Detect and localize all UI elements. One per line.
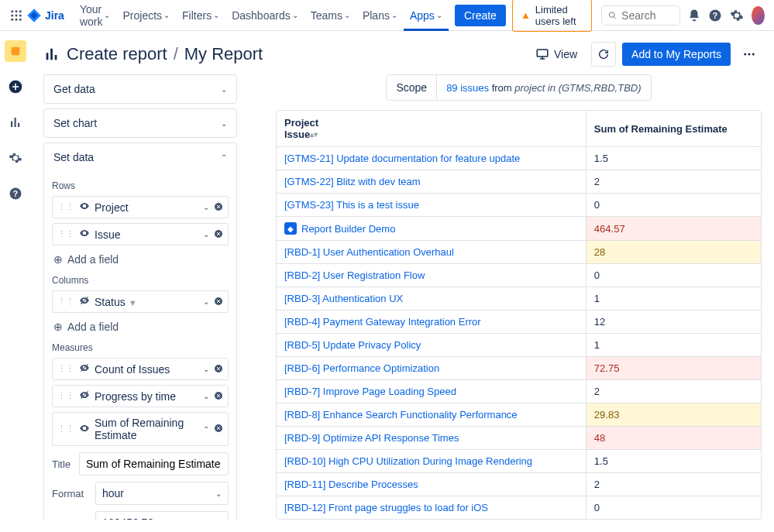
drag-icon[interactable]: ⋮⋮ [57, 424, 74, 434]
project-badge-icon: ◆ [284, 222, 297, 235]
field-progress-by-time[interactable]: ⋮⋮Progress by time⌄ [52, 385, 229, 407]
limited-users-badge[interactable]: ▲ Limited users left [512, 0, 592, 32]
eye-off-icon[interactable] [79, 390, 90, 403]
chevron-down-icon[interactable]: ⌄ [203, 365, 209, 373]
breadcrumb-sep: / [174, 44, 178, 64]
nav-apps[interactable]: Apps⌄ [404, 0, 449, 31]
app-icon[interactable] [5, 40, 26, 62]
issue-link[interactable]: [GTMS-23] This is a test issue [284, 199, 419, 211]
issue-link[interactable]: [GTMS-22] Blitz with dev team [284, 176, 421, 187]
app-switcher-icon[interactable] [9, 6, 23, 25]
settings-icon[interactable] [729, 5, 744, 26]
scope-link[interactable]: 89 issues [446, 82, 489, 94]
field-issue[interactable]: ⋮⋮Issue⌄ [52, 223, 229, 245]
issue-link[interactable]: [RBD-2] User Registration Flow [284, 269, 425, 281]
breadcrumb-create[interactable]: Create report [67, 44, 167, 64]
issue-link[interactable]: [RBD-1] User Authentication Overhaul [284, 246, 454, 258]
add-row-field[interactable]: ⊕ Add a field [52, 250, 229, 269]
chevron-down-icon[interactable]: ⌄ [203, 297, 209, 306]
chevron-down-icon[interactable]: ⌄ [203, 230, 209, 239]
chevron-down-icon: ⌄ [215, 519, 222, 520]
nav-your-work[interactable]: Your work⌄ [74, 0, 117, 31]
format-select[interactable]: hour ⌄ [95, 482, 229, 505]
format-label: Format [52, 488, 88, 499]
set-chart-panel[interactable]: Set chart ⌄ [44, 109, 236, 137]
drag-icon[interactable]: ⋮⋮ [57, 364, 74, 374]
issue-link[interactable]: [GTMS-21] Update documentation for featu… [284, 153, 520, 164]
eye-icon[interactable] [79, 423, 90, 436]
svg-point-8 [19, 18, 22, 20]
col-project-issue[interactable]: Project Issue ▴▾ [277, 111, 586, 147]
jira-logo[interactable]: Jira [26, 8, 64, 23]
value-cell: 1 [586, 287, 761, 311]
col-sum-remaining[interactable]: Sum of Remaining Estimate [586, 111, 761, 147]
issue-link[interactable]: [RBD-8] Enhance Search Functionality Per… [284, 409, 518, 420]
issue-link[interactable]: [RBD-12] Front page struggles to load fo… [284, 502, 488, 513]
remove-icon[interactable] [214, 296, 223, 308]
issue-link[interactable]: [RBD-11] Describe Processes [284, 479, 418, 490]
table-row: [RBD-7] Improve Page Loading Speed2 [277, 380, 761, 403]
help-icon[interactable]: ? [708, 5, 723, 26]
sort-icon[interactable]: ▴▾ [310, 130, 318, 139]
issue-link[interactable]: [RBD-4] Payment Gateway Integration Erro… [284, 316, 481, 328]
nav-dashboards[interactable]: Dashboards⌄ [225, 0, 304, 31]
remove-icon[interactable] [214, 423, 223, 435]
svg-line-10 [614, 16, 616, 19]
issue-link[interactable]: [RBD-5] Update Privacy Policy [284, 339, 421, 351]
columns-label: Columns [52, 275, 229, 286]
nav-teams[interactable]: Teams⌄ [304, 0, 356, 31]
remove-icon[interactable] [214, 228, 223, 241]
nav-plans[interactable]: Plans⌄ [356, 0, 404, 31]
field-status[interactable]: ⋮⋮Status▼⌄ [52, 290, 229, 313]
issue-link[interactable]: [RBD-3] Authentication UX [284, 293, 403, 304]
locale-value: 123456.78 [102, 517, 153, 520]
title-input[interactable] [79, 452, 229, 475]
view-button[interactable]: View [528, 43, 585, 66]
add-to-reports-button[interactable]: Add to My Reports [622, 43, 731, 66]
drag-icon[interactable]: ⋮⋮ [57, 297, 74, 307]
svg-point-18 [744, 53, 746, 56]
svg-point-9 [609, 12, 614, 17]
field-sum-of-remaining-estimate[interactable]: ⋮⋮Sum of Remaining Estimate⌃ [52, 412, 229, 446]
set-data-panel[interactable]: Set data ⌃ [44, 143, 236, 171]
nav-filters[interactable]: Filters⌄ [176, 0, 225, 31]
drag-icon[interactable]: ⋮⋮ [57, 202, 74, 212]
project-link[interactable]: Report Builder Demo [301, 223, 395, 235]
notifications-icon[interactable] [686, 5, 701, 26]
help-rail-icon[interactable]: ? [5, 183, 26, 204]
field-count-of-issues[interactable]: ⋮⋮Count of Issues⌄ [52, 358, 229, 380]
issue-link[interactable]: [RBD-10] High CPU Utilization During Ima… [284, 455, 532, 467]
search-box[interactable] [601, 5, 680, 26]
chevron-down-icon[interactable]: ⌄ [203, 392, 209, 400]
eye-off-icon[interactable] [79, 295, 90, 308]
issue-link[interactable]: [RBD-7] Improve Page Loading Speed [284, 386, 456, 397]
gear-icon[interactable] [5, 147, 26, 169]
more-button[interactable] [737, 42, 762, 67]
create-button[interactable]: Create [455, 5, 506, 26]
page-header: Create report / My Report View Add to My… [31, 31, 774, 74]
eye-off-icon[interactable] [79, 362, 90, 376]
reports-icon[interactable] [5, 112, 26, 133]
get-data-panel[interactable]: Get data ⌄ [44, 75, 236, 103]
issue-link[interactable]: [RBD-6] Performance Optimization [284, 362, 439, 374]
add-column-field[interactable]: ⊕ Add a field [52, 317, 229, 336]
value-cell: 2 [586, 380, 761, 403]
chevron-down-icon[interactable]: ⌄ [203, 203, 209, 211]
add-icon[interactable] [5, 76, 26, 98]
field-project[interactable]: ⋮⋮Project⌄ [52, 196, 229, 218]
chevron-up-icon[interactable]: ⌃ [203, 425, 209, 434]
table-row: [RBD-4] Payment Gateway Integration Erro… [277, 311, 761, 334]
nav-projects[interactable]: Projects⌄ [116, 0, 176, 31]
remove-icon[interactable] [214, 390, 223, 403]
eye-icon[interactable] [79, 201, 90, 214]
eye-icon[interactable] [79, 228, 90, 241]
remove-icon[interactable] [214, 363, 223, 376]
remove-icon[interactable] [214, 201, 223, 214]
refresh-button[interactable] [591, 42, 616, 67]
user-avatar[interactable] [752, 6, 765, 25]
drag-icon[interactable]: ⋮⋮ [57, 229, 74, 239]
search-input[interactable] [621, 9, 673, 22]
issue-link[interactable]: [RBD-9] Optimize API Response Times [284, 432, 459, 444]
locale-select[interactable]: 123456.78 ⌄ [95, 511, 229, 520]
drag-icon[interactable]: ⋮⋮ [57, 391, 74, 401]
